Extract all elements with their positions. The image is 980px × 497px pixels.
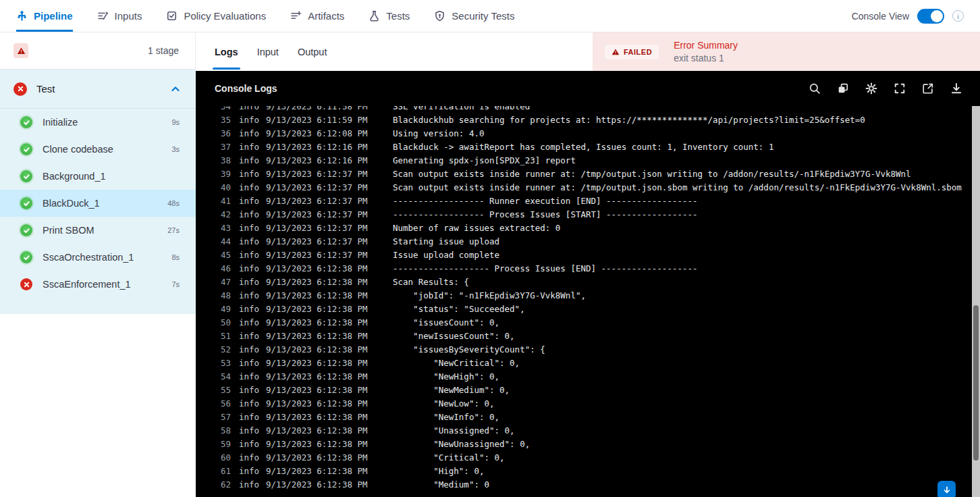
- log-line-number[interactable]: 37: [196, 140, 231, 154]
- log-level: info: [239, 127, 261, 140]
- stage-failed-icon: [13, 82, 27, 96]
- log-line-number[interactable]: 45: [196, 248, 231, 262]
- log-line-number[interactable]: 62: [196, 478, 231, 492]
- warning-triangle-icon: [611, 48, 620, 56]
- console-view-toggle[interactable]: [917, 9, 944, 24]
- log-message: "Medium": 0: [393, 478, 489, 492]
- log-line-number[interactable]: 40: [196, 181, 231, 194]
- tab-artifacts[interactable]: Artifacts: [290, 0, 344, 32]
- tab-pipeline[interactable]: Pipeline: [16, 0, 73, 32]
- info-icon[interactable]: i: [952, 10, 964, 22]
- tab-policy-evaluations[interactable]: Policy Evaluations: [166, 0, 266, 32]
- log-level: info: [239, 451, 261, 465]
- log-line-number[interactable]: 47: [196, 276, 231, 289]
- log-line-number[interactable]: 35: [196, 113, 231, 127]
- error-summary-message: exit status 1: [674, 53, 738, 63]
- log-viewport: 34info9/13/2023 6:11:58 PMSSL verificati…: [196, 106, 972, 497]
- log-message: "Critical": 0,: [393, 451, 505, 465]
- open-in-new-icon[interactable]: [922, 82, 934, 95]
- log-level: info: [239, 140, 261, 154]
- step-sscaenforcement-1[interactable]: SscaEnforcement_17s: [0, 271, 196, 298]
- step-clone-codebase[interactable]: Clone codebase3s: [0, 136, 196, 163]
- step-blackduck-1[interactable]: BlackDuck_148s: [0, 190, 196, 217]
- step-label: Clone codebase: [43, 144, 113, 155]
- search-icon[interactable]: [809, 82, 821, 95]
- log-line: 54info9/13/2023 6:12:38 PM "NewHigh": 0,: [196, 370, 972, 384]
- copy-icon[interactable]: [837, 82, 849, 95]
- log-line-number[interactable]: 51: [196, 330, 231, 343]
- log-line-number[interactable]: 53: [196, 357, 231, 370]
- log-line-number[interactable]: 42: [196, 208, 231, 221]
- log-line-number[interactable]: 34: [196, 106, 231, 113]
- log-line: 49info9/13/2023 6:12:38 PM "status": "Su…: [196, 303, 972, 316]
- log-line-number[interactable]: 57: [196, 411, 231, 424]
- log-timestamp: 9/13/2023 6:12:38 PM: [266, 424, 370, 438]
- log-line: 45info9/13/2023 6:12:37 PMIssue upload c…: [196, 248, 972, 262]
- log-line: 44info9/13/2023 6:12:37 PMStarting issue…: [196, 235, 972, 248]
- log-line-number[interactable]: 61: [196, 465, 231, 478]
- tab-label: Inputs: [115, 10, 142, 22]
- tab-tests[interactable]: Tests: [369, 0, 410, 32]
- log-line-number[interactable]: 55: [196, 384, 231, 397]
- log-line: 36info9/13/2023 6:12:08 PMUsing version:…: [196, 127, 972, 140]
- log-message: "NewCritical": 0,: [393, 357, 520, 370]
- error-summary-title: Error Summary: [674, 40, 738, 51]
- scroll-to-bottom-button[interactable]: [937, 481, 956, 497]
- console-scrollbar[interactable]: [972, 106, 980, 497]
- log-level: info: [239, 438, 261, 451]
- stage-name: Test: [36, 83, 55, 95]
- log-line-number[interactable]: 46: [196, 262, 231, 276]
- step-label: Initialize: [43, 117, 78, 128]
- step-background-1[interactable]: Background_1: [0, 163, 196, 190]
- log-level: info: [239, 478, 261, 492]
- step-print-sbom[interactable]: Print SBOM27s: [0, 217, 196, 244]
- tests-icon: [369, 10, 380, 22]
- log-line-number[interactable]: 48: [196, 289, 231, 303]
- log-line-number[interactable]: 43: [196, 221, 231, 235]
- nav-tabs: PipelineInputsPolicy EvaluationsArtifact…: [16, 0, 514, 32]
- console-scrollbar-thumb[interactable]: [973, 305, 979, 461]
- step-duration: 3s: [171, 145, 180, 153]
- step-sscaorchestration-1[interactable]: SscaOrchestration_18s: [0, 244, 196, 271]
- log-level: info: [239, 411, 261, 424]
- log-level: info: [239, 397, 261, 411]
- download-icon[interactable]: [950, 82, 962, 95]
- chevron-up-icon[interactable]: [170, 84, 181, 95]
- step-label: Background_1: [43, 171, 106, 182]
- stage-warning-icon: [13, 43, 28, 58]
- settings-icon[interactable]: [865, 82, 877, 95]
- log-level: info: [239, 289, 261, 303]
- log-line-number[interactable]: 56: [196, 397, 231, 411]
- stage-header-test[interactable]: Test: [0, 70, 196, 109]
- log-timestamp: 9/13/2023 6:12:38 PM: [266, 370, 370, 384]
- tab-inputs[interactable]: Inputs: [97, 0, 142, 32]
- tab-logs[interactable]: Logs: [215, 32, 238, 71]
- log-line-number[interactable]: 58: [196, 424, 231, 438]
- log-line-number[interactable]: 54: [196, 370, 231, 384]
- fullscreen-icon[interactable]: [894, 82, 906, 95]
- step-initialize[interactable]: Initialize9s: [0, 109, 196, 136]
- log-timestamp: 9/13/2023 6:12:38 PM: [266, 276, 370, 289]
- log-list: 34info9/13/2023 6:11:58 PMSSL verificati…: [196, 106, 972, 492]
- console-view-control: Console View i: [852, 0, 964, 32]
- log-line-number[interactable]: 36: [196, 127, 231, 140]
- log-line-number[interactable]: 52: [196, 343, 231, 357]
- log-line-number[interactable]: 50: [196, 316, 231, 330]
- log-line-number[interactable]: 39: [196, 167, 231, 181]
- log-level: info: [239, 208, 261, 221]
- log-line-number[interactable]: 49: [196, 303, 231, 316]
- log-line-number[interactable]: 41: [196, 194, 231, 208]
- tab-input[interactable]: Input: [257, 32, 279, 71]
- log-line-number[interactable]: 59: [196, 438, 231, 451]
- tab-output[interactable]: Output: [298, 32, 327, 71]
- step-success-icon: [20, 224, 32, 236]
- tab-security-tests[interactable]: Security Tests: [434, 0, 514, 32]
- log-line-number[interactable]: 44: [196, 235, 231, 248]
- log-line-number[interactable]: 38: [196, 154, 231, 167]
- log-message: ------------------- Process Issues [END]…: [393, 262, 698, 276]
- log-timestamp: 9/13/2023 6:12:38 PM: [266, 438, 370, 451]
- step-list: Initialize9sClone codebase3sBackground_1…: [0, 109, 196, 298]
- log-line: 56info9/13/2023 6:12:38 PM "NewLow": 0,: [196, 397, 972, 411]
- log-line-number[interactable]: 60: [196, 451, 231, 465]
- log-message: "jobId": "-n1FkEpdiw3Y7G-Vvk8Wnl",: [393, 289, 586, 303]
